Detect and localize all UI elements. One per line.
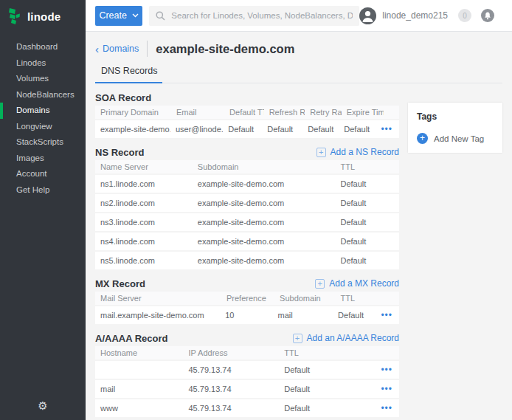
table-header-row: Primary DomainEmailDefault TTLRefresh Ra… xyxy=(95,106,399,119)
add-record-label: Add a MX Record xyxy=(329,278,399,289)
column-header: Refresh Rate xyxy=(264,108,305,117)
add-a-aaaa-record-link[interactable]: +Add an A/AAAA Record xyxy=(293,333,399,343)
linode-logo-icon xyxy=(8,7,22,25)
sidebar-item-linodes[interactable]: Linodes xyxy=(0,55,86,72)
search-input[interactable] xyxy=(171,11,353,20)
more-menu-button[interactable]: ••• xyxy=(381,311,399,320)
table-cell: 45.79.13.74 xyxy=(183,365,279,374)
page-title: example-site-demo.com xyxy=(156,42,294,56)
table-cell: example-site-demo.com xyxy=(193,199,336,207)
column-header: Subdomain xyxy=(274,294,335,303)
add-plus-icon: + xyxy=(316,148,326,157)
table-cell: Default xyxy=(335,237,399,246)
table-cell: Default xyxy=(335,179,399,188)
search-icon xyxy=(156,11,165,21)
add-tag-plus-icon: + xyxy=(417,133,428,144)
sidebar-item-stackscripts[interactable]: StackScripts xyxy=(0,134,86,151)
table-cell: example-site-demo.com xyxy=(193,218,336,227)
table-row: ns3.linode.comexample-site-demo.comDefau… xyxy=(95,213,399,231)
add-plus-icon: + xyxy=(315,279,325,289)
sidebar-item-dashboard[interactable]: Dashboard xyxy=(0,39,86,55)
table-cell: Default xyxy=(339,125,381,134)
table-cell: ns1.linode.com xyxy=(95,179,193,188)
notification-count-badge[interactable]: 0 xyxy=(458,9,471,22)
sidebar-item-get-help[interactable]: Get Help xyxy=(0,182,86,199)
sidebar-item-longview[interactable]: Longview xyxy=(0,119,86,135)
main-content: ‹ Domains example-site-demo.com DNS Reco… xyxy=(86,0,512,420)
tags-column: Tags + Add New Tag xyxy=(408,90,502,420)
table-cell: Default xyxy=(279,365,369,374)
linode-logo[interactable]: linode xyxy=(0,0,86,32)
table-header-row: Name ServerSubdomainTTL xyxy=(95,160,399,173)
table-row: www45.79.13.74Default••• xyxy=(95,399,399,417)
create-button[interactable]: Create xyxy=(95,6,142,26)
create-button-label: Create xyxy=(99,10,127,21)
sidebar: linode Dashboard Linodes Volumes NodeBal… xyxy=(0,0,86,420)
records-table: Primary DomainEmailDefault TTLRefresh Ra… xyxy=(95,106,399,138)
column-header: Hostname xyxy=(95,348,183,357)
records-table: HostnameIP AddressTTL45.79.13.74Default•… xyxy=(95,346,399,417)
table-cell: example-site-demo.com xyxy=(95,125,170,134)
table-cell: mail.example-site-demo.com xyxy=(95,311,220,320)
table-cell: Default xyxy=(335,256,399,265)
more-menu-button[interactable]: ••• xyxy=(381,385,399,393)
tab-dns-records[interactable]: DNS Records xyxy=(95,63,162,83)
table-cell: mail xyxy=(95,385,183,393)
section-ns: NS Record+Add a NS RecordName ServerSubd… xyxy=(95,145,399,269)
section-title: NS Record xyxy=(95,147,144,158)
table-row: mail45.79.13.74Default••• xyxy=(95,380,399,398)
table-header-row: Mail ServerPreferenceSubdomainTTL xyxy=(95,292,399,305)
column-header: Email xyxy=(171,108,224,117)
settings-gear-icon[interactable]: ⚙ xyxy=(0,399,86,413)
column-header: Preference xyxy=(221,294,274,303)
add-ns-record-link[interactable]: +Add a NS Record xyxy=(316,147,399,157)
column-header: Mail Server xyxy=(95,294,221,303)
record-sections: SOA RecordPrimary DomainEmailDefault TTL… xyxy=(95,90,399,420)
table-cell: ns2.linode.com xyxy=(95,199,193,207)
sidebar-nav: Dashboard Linodes Volumes NodeBalancers … xyxy=(0,32,86,198)
username[interactable]: linode_demo215 xyxy=(382,10,448,21)
breadcrumb-label: Domains xyxy=(103,44,139,54)
logo-text: linode xyxy=(27,10,60,23)
breadcrumb-divider xyxy=(147,41,148,57)
more-menu-button[interactable]: ••• xyxy=(381,125,399,134)
table-row: ns1.linode.comexample-site-demo.comDefau… xyxy=(95,175,399,193)
add-plus-icon: + xyxy=(293,334,302,343)
table-cell: user@linode.com xyxy=(170,125,223,134)
table-row: example-site-demo.comuser@linode.comDefa… xyxy=(95,120,399,138)
table-cell: Default xyxy=(335,199,399,207)
sidebar-item-images[interactable]: Images xyxy=(0,151,86,167)
table-row: mail.example-site-demo.com10mailDefault•… xyxy=(95,306,399,324)
breadcrumb-back-link[interactable]: ‹ Domains xyxy=(95,44,139,55)
avatar[interactable] xyxy=(359,7,376,24)
table-cell: example-site-demo.com xyxy=(193,256,336,265)
user-area: linode_demo215 0 xyxy=(359,7,512,24)
table-cell: Default xyxy=(333,311,381,320)
column-header: Expire Time xyxy=(342,108,384,117)
sidebar-item-volumes[interactable]: Volumes xyxy=(0,71,86,87)
table-cell: example-site-demo.com xyxy=(193,237,336,246)
table-header-row: HostnameIP AddressTTL xyxy=(95,346,399,359)
chevron-down-icon xyxy=(132,13,139,18)
add-record-label: Add a NS Record xyxy=(331,147,399,157)
section-header: NS Record+Add a NS Record xyxy=(95,145,399,159)
section-header: MX Record+Add a MX Record xyxy=(95,276,399,291)
sidebar-item-nodebalancers[interactable]: NodeBalancers xyxy=(0,87,86,103)
column-header: TTL xyxy=(335,162,399,171)
column-header: Subdomain xyxy=(193,162,336,171)
column-header: IP Address xyxy=(183,348,279,357)
sidebar-item-account[interactable]: Account xyxy=(0,166,86,182)
table-cell: ns3.linode.com xyxy=(95,218,193,227)
section-header: A/AAAA Record+Add an A/AAAA Record xyxy=(95,331,399,345)
table-cell: Default xyxy=(279,385,369,393)
breadcrumb: ‹ Domains example-site-demo.com xyxy=(86,39,512,58)
notifications-bell-button[interactable] xyxy=(481,9,494,22)
section-header: SOA Record xyxy=(95,90,399,105)
more-menu-button[interactable]: ••• xyxy=(381,404,399,413)
add-mx-record-link[interactable]: +Add a MX Record xyxy=(315,278,399,289)
more-menu-button[interactable]: ••• xyxy=(381,365,399,374)
tags-panel: Tags + Add New Tag xyxy=(408,103,502,153)
table-cell: Default xyxy=(302,125,339,134)
sidebar-item-domains[interactable]: Domains xyxy=(0,103,86,119)
add-new-tag-button[interactable]: + Add New Tag xyxy=(417,133,494,144)
